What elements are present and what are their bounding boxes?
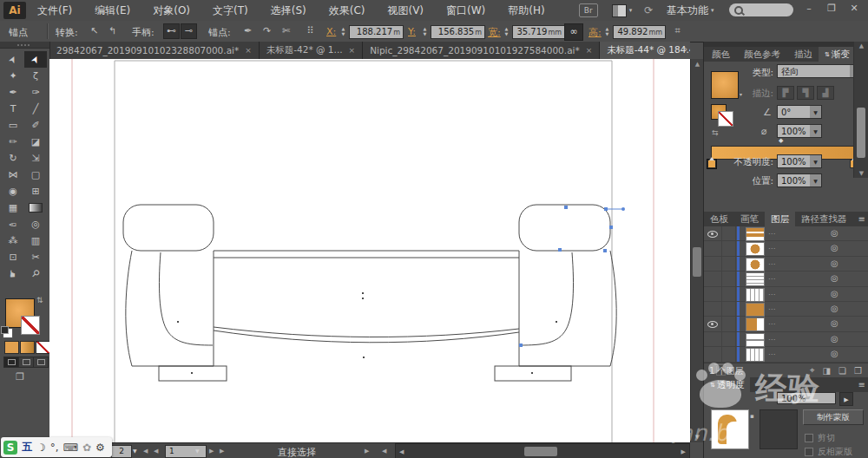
eraser-tool[interactable]: ◪ [24,134,47,150]
scale-tool[interactable]: ⇲ [24,150,47,167]
lock-cell[interactable] [721,347,736,361]
eyedropper-tool[interactable]: ✑ [2,216,24,232]
layer-row[interactable]: ⋯ ◎ [704,347,868,362]
blend-tool[interactable]: ◎ [24,216,47,232]
canvas[interactable] [49,59,690,442]
layer-thumbnail[interactable] [746,317,765,331]
sofa-artwork[interactable] [123,205,616,381]
scroll-up-icon[interactable]: ▲ [691,61,704,68]
target-icon[interactable]: ◎ [831,334,838,344]
document-tab[interactable]: 未标题-42* @ 1... × [260,42,363,59]
sogou-logo[interactable]: S [3,441,17,455]
gradient-tool[interactable] [24,200,47,216]
layer-row[interactable]: ⋯ ◎ [704,302,868,317]
clipping-mask-icon[interactable]: ◨ [823,366,831,376]
gradient-stroke-swatch[interactable] [718,111,733,127]
gradient-mode-button[interactable] [20,341,35,354]
zoom-level-box[interactable]: 2 [111,445,132,458]
lock-cell[interactable] [721,332,736,346]
tab-overflow-icon[interactable]: » [682,44,687,54]
artboard-tool[interactable]: ⊡ [2,249,24,265]
menu-item[interactable]: 视图(V) [376,0,435,21]
new-layer-icon[interactable]: ❐ [854,366,862,376]
mask-thumbnail[interactable] [760,409,798,449]
visibility-cell[interactable] [704,241,722,255]
document-tab[interactable]: 未标题-44* @ 184.42% (CMYK/轮廓) × [600,42,690,59]
width-tool[interactable]: ⋈ [2,167,24,183]
soft-keyboard-icon[interactable]: ⌨ [63,442,78,454]
next-artboard-icon[interactable]: ▶ [209,448,214,455]
draw-normal-button[interactable] [3,357,19,368]
invert-mask-checkbox[interactable]: 反相蒙版 [805,446,852,458]
menu-item[interactable]: 对象(O) [141,0,201,21]
lock-cell[interactable] [721,226,736,240]
scroll-left-icon[interactable]: ◀ [399,448,404,455]
lock-cell[interactable] [721,317,736,330]
height-stepper[interactable]: ▲▼ [602,24,612,38]
gradient-stop-start[interactable] [707,160,716,168]
reverse-gradient-icon[interactable]: ⇆ [712,128,719,137]
tab-transparency[interactable]: ⇅ 透明度 [704,377,750,392]
lock-cell[interactable] [721,241,736,255]
lock-cell[interactable] [721,287,736,301]
first-artboard-icon[interactable]: ◀ [143,448,148,455]
target-icon[interactable]: ◎ [831,289,838,298]
pen-tool[interactable]: ✒ [2,84,24,101]
layer-thumbnail[interactable] [746,348,765,362]
constrain-proportions-icon[interactable]: ∞ [564,23,583,41]
target-icon[interactable]: ◎ [831,349,838,358]
target-icon[interactable]: ◎ [831,228,838,238]
menu-item[interactable]: 效果(C) [318,0,377,21]
lock-cell[interactable] [721,272,736,285]
magic-wand-tool[interactable]: ✦ [2,68,24,84]
panel-menu-icon[interactable]: ≡ [858,380,865,389]
column-graph-tool[interactable]: ▥ [24,232,47,249]
lasso-tool[interactable]: ζ [24,68,47,84]
symbol-sprayer-tool[interactable]: ⁂ [2,232,24,249]
gradient-across-stroke-icon[interactable]: ▟ [817,86,834,100]
visibility-cell[interactable] [704,317,722,330]
none-mode-button[interactable] [36,341,50,354]
status-prev-icon[interactable]: ◀ [382,448,386,455]
tab-stroke[interactable]: 描边 [786,47,819,62]
layers-scrollbar[interactable]: ▲ ▼ [853,42,868,178]
width-input[interactable]: 35.719mm [512,25,565,39]
show-handles-icon[interactable]: ⊷ [163,23,180,39]
layer-row[interactable]: ⋯ ◎ [704,317,868,331]
scroll-right-icon[interactable]: ▶ [681,448,686,455]
perspective-grid-tool[interactable]: ⊞ [24,183,47,200]
aspect-ratio-select[interactable]: 100% ▼ [777,124,822,138]
vertical-scrollbar[interactable]: ▲ ▼ [690,59,704,442]
connect-path-icon[interactable]: ↷ [260,24,274,38]
color-mode-button[interactable] [4,341,19,354]
visibility-cell[interactable] [704,272,722,285]
gradient-type-select[interactable]: 径向 ▼ [777,64,862,78]
visibility-cell[interactable] [704,257,722,271]
slice-tool[interactable]: ✂ [24,249,47,265]
tab-close-icon[interactable]: × [349,46,356,55]
zoom-tool[interactable]: ⚲ [24,265,47,282]
gradient-midpoint-icon[interactable]: ◆ [779,137,783,144]
draw-behind-button[interactable] [18,357,34,368]
y-stepper[interactable]: ▲▼ [420,24,430,38]
hand-tool[interactable]: ☛ [2,265,24,282]
tab-swatches[interactable]: 色板 [704,212,734,226]
object-thumbnail[interactable] [711,409,749,449]
opacity-slider-icon[interactable]: ▶ [839,392,853,406]
mesh-tool[interactable]: ▦ [2,200,24,216]
shape-builder-tool[interactable]: ◉ [2,183,24,200]
y-label[interactable]: Y: [408,26,416,37]
gradient-position-select[interactable]: 100% ▼ [777,173,822,187]
menu-item[interactable]: 文件(F) [26,0,83,21]
clip-checkbox[interactable]: 剪切 [805,432,835,444]
moon-icon[interactable]: ☽ [36,442,46,454]
delete-layer-icon[interactable] [716,366,726,376]
restore-button[interactable]: ❐ [821,2,842,16]
tools-panel-grip[interactable] [0,42,49,49]
target-icon[interactable]: ◎ [831,273,838,283]
menu-item[interactable]: 帮助(H) [496,0,556,21]
selection-anchors[interactable] [519,206,625,347]
direct-selection-tool[interactable]: ➤ [24,51,47,68]
document-tab[interactable]: 29842067_20190910102328807000.ai* × [49,42,260,59]
y-input[interactable]: 156.835m [431,25,485,39]
